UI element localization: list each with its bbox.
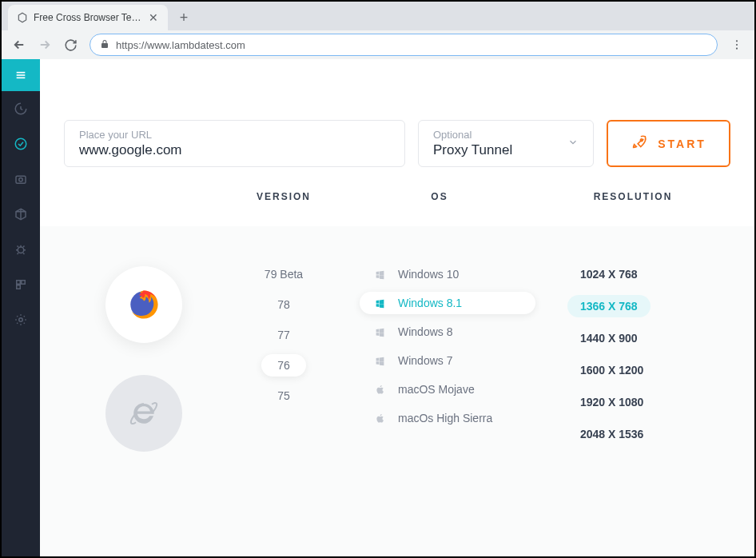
- sidebar-item-settings[interactable]: [2, 302, 40, 337]
- sidebar-item-dashboard[interactable]: [2, 91, 40, 126]
- os-item[interactable]: Windows 7: [360, 349, 535, 372]
- windows-icon: [374, 327, 385, 337]
- svg-rect-11: [22, 281, 26, 285]
- svg-point-2: [736, 48, 738, 50]
- sidebar-item-box[interactable]: [2, 197, 40, 232]
- os-item-label: Windows 8: [398, 325, 452, 338]
- url-placeholder-label: Place your URL: [79, 129, 390, 141]
- address-bar[interactable]: https://www.lambdatest.com: [90, 34, 718, 56]
- proxy-tunnel-select[interactable]: Optional Proxy Tunnel: [418, 120, 594, 167]
- svg-rect-7: [16, 176, 26, 183]
- svg-point-6: [15, 138, 26, 149]
- resolution-item[interactable]: 1024 X 768: [567, 263, 651, 285]
- sidebar-item-realtime[interactable]: [2, 126, 40, 161]
- sidebar-menu-toggle[interactable]: [2, 59, 40, 91]
- browser-menu-button[interactable]: [726, 34, 748, 56]
- os-item-label: macOS Mojave: [398, 383, 475, 396]
- url-text: https://www.lambdatest.com: [116, 39, 245, 51]
- url-input[interactable]: Place your URL www.google.com: [64, 120, 405, 167]
- start-button-label: START: [658, 138, 706, 150]
- sidebar: [2, 59, 40, 556]
- os-item[interactable]: Windows 8: [360, 321, 535, 343]
- forward-button[interactable]: [34, 34, 56, 56]
- os-item-label: macOs High Sierra: [398, 412, 492, 424]
- proxy-label: Optional: [433, 129, 512, 141]
- sidebar-item-screenshot[interactable]: [2, 161, 40, 197]
- resolution-item[interactable]: 2048 X 1536: [567, 423, 656, 445]
- os-list: Windows 10Windows 8.1Windows 8Windows 7m…: [344, 258, 535, 524]
- apple-icon: [374, 385, 385, 395]
- os-item[interactable]: Windows 10: [360, 263, 535, 285]
- version-item[interactable]: 79 Beta: [249, 263, 319, 285]
- version-list: 79 Beta78777675: [224, 258, 344, 524]
- browser-tab[interactable]: Free Cross Browser Testing Clou ✕: [8, 5, 168, 30]
- header-os: OS: [344, 191, 535, 202]
- windows-icon: [374, 356, 385, 366]
- main-content: Place your URL www.google.com Optional P…: [40, 59, 754, 556]
- header-resolution: RESOLUTION: [535, 191, 730, 202]
- os-item[interactable]: Windows 8.1: [360, 292, 535, 314]
- os-item[interactable]: macOS Mojave: [360, 378, 535, 401]
- os-item[interactable]: macOs High Sierra: [360, 407, 535, 429]
- resolution-item[interactable]: 1440 X 900: [567, 327, 651, 349]
- svg-point-0: [736, 40, 738, 42]
- url-input-value: www.google.com: [79, 142, 390, 158]
- back-button[interactable]: [8, 34, 30, 56]
- tab-title: Free Cross Browser Testing Clou: [34, 12, 142, 23]
- resolution-item[interactable]: 1366 X 768: [567, 295, 651, 317]
- windows-icon: [374, 298, 385, 309]
- browser-firefox[interactable]: [105, 266, 182, 343]
- browser-toolbar: https://www.lambdatest.com: [2, 30, 754, 59]
- lock-icon: [100, 39, 109, 51]
- svg-point-8: [19, 178, 23, 182]
- version-item[interactable]: 77: [261, 324, 306, 346]
- lambdatest-favicon-icon: [16, 11, 29, 24]
- new-tab-button[interactable]: +: [173, 6, 195, 29]
- proxy-value: Proxy Tunnel: [433, 142, 512, 158]
- rocket-icon: [631, 134, 648, 153]
- svg-rect-12: [17, 285, 21, 289]
- apple-icon: [374, 413, 385, 424]
- version-item[interactable]: 75: [261, 385, 306, 407]
- version-item[interactable]: 78: [261, 293, 306, 316]
- header-version: VERSION: [224, 191, 344, 202]
- resolution-item[interactable]: 1920 X 1080: [567, 391, 656, 413]
- svg-point-9: [18, 247, 24, 253]
- ie-icon: [128, 397, 160, 429]
- svg-rect-10: [17, 281, 21, 285]
- browser-tab-strip: Free Cross Browser Testing Clou ✕ +: [2, 2, 754, 30]
- os-item-label: Windows 10: [398, 268, 459, 281]
- reload-button[interactable]: [59, 34, 82, 56]
- browser-ie[interactable]: [105, 375, 182, 452]
- resolution-item[interactable]: 1600 X 1200: [567, 359, 656, 381]
- resolution-list: 1024 X 7681366 X 7681440 X 9001600 X 120…: [535, 258, 730, 524]
- version-item[interactable]: 76: [261, 354, 306, 377]
- firefox-icon: [126, 287, 161, 322]
- start-button[interactable]: START: [607, 120, 730, 167]
- os-item-label: Windows 7: [398, 354, 452, 367]
- svg-point-1: [736, 44, 738, 46]
- windows-icon: [374, 269, 385, 280]
- chevron-down-icon: [567, 137, 579, 151]
- sidebar-item-integrations[interactable]: [2, 267, 40, 302]
- os-item-label: Windows 8.1: [398, 297, 462, 309]
- sidebar-item-bug[interactable]: [2, 232, 40, 267]
- close-tab-icon[interactable]: ✕: [147, 11, 160, 24]
- svg-point-13: [19, 318, 23, 322]
